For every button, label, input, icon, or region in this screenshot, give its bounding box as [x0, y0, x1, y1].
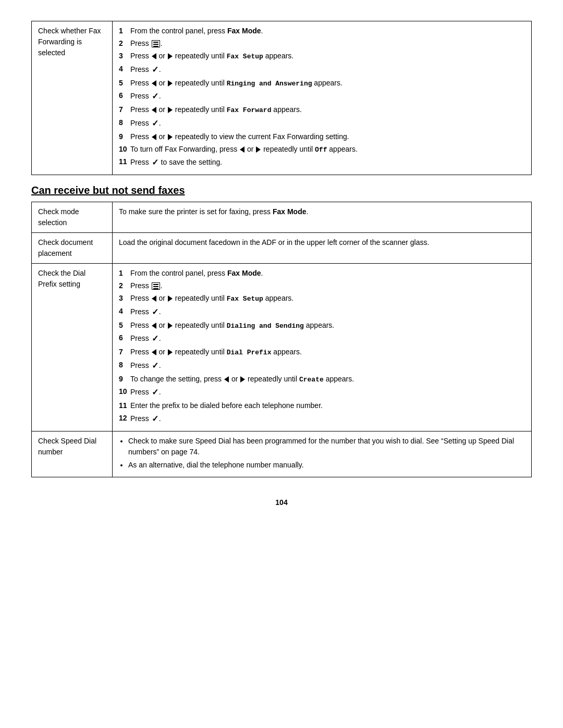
check-icon: ✓	[152, 332, 158, 345]
step-5: 5 Press or repeatedly until Ringing and …	[119, 78, 525, 89]
label-dial-prefix: Check the Dial Prefix setting	[32, 264, 113, 431]
dial-step-4: 4 Press ✓.	[119, 306, 525, 318]
step-content: To turn off Fax Forwarding, press or rep…	[130, 144, 525, 155]
table-row: Check whether Fax Forwarding is selected…	[32, 21, 532, 175]
step-content: Press ✓.	[130, 64, 525, 76]
step-content: To change the setting, press or repeated…	[130, 374, 525, 385]
fax-mode-label: Fax Mode	[227, 269, 261, 277]
step-content: Press or repeatedly to view the current …	[130, 131, 525, 142]
bullet-item-2: As an alternative, dial the telephone nu…	[128, 460, 525, 471]
step-7: 7 Press or repeatedly until Fax Forward …	[119, 104, 525, 116]
step-3: 3 Press or repeatedly until Fax Setup ap…	[119, 51, 525, 62]
step-content: Press .	[130, 38, 525, 49]
arrow-right-icon	[168, 80, 173, 87]
section2-heading: Can receive but not send faxes	[31, 184, 532, 196]
label-check-mode: Check mode selection	[32, 202, 113, 233]
step-content: Press .	[130, 280, 525, 291]
step-num: 10	[119, 144, 130, 155]
step-num: 5	[119, 78, 130, 89]
step-num: 2	[119, 280, 130, 291]
step-num: 6	[119, 332, 130, 343]
check-icon: ✓	[152, 156, 158, 169]
steps-dial-prefix: 1 From the control panel, press Fax Mode…	[113, 264, 532, 431]
check-icon: ✓	[152, 117, 158, 130]
step-num: 11	[119, 156, 130, 167]
arrow-left-icon	[152, 349, 156, 355]
step-num: 6	[119, 90, 130, 101]
step-content: Enter the prefix to be dialed before eac…	[130, 400, 525, 411]
page-number: 104	[31, 498, 532, 507]
dial-step-5: 5 Press or repeatedly until Dialing and …	[119, 320, 525, 331]
step-content: Press or repeatedly until Ringing and An…	[130, 78, 525, 89]
arrow-left-icon	[224, 376, 229, 382]
step-6: 6 Press ✓.	[119, 90, 525, 103]
step-num: 2	[119, 38, 130, 49]
step-num: 3	[119, 293, 130, 304]
arrow-right-icon	[168, 349, 173, 355]
step-content: Press ✓.	[130, 360, 525, 372]
page-content: Check whether Fax Forwarding is selected…	[31, 21, 532, 507]
section1-table: Check whether Fax Forwarding is selected…	[31, 21, 532, 175]
step-num: 4	[119, 306, 130, 317]
check-icon: ✓	[152, 306, 158, 318]
label-speed-dial: Check Speed Dial number	[32, 431, 113, 477]
step-num: 1	[119, 26, 130, 36]
step-content: Press ✓.	[130, 332, 525, 345]
step-content: From the control panel, press Fax Mode.	[130, 26, 525, 36]
step-num: 8	[119, 360, 130, 371]
table-row-speed-dial: Check Speed Dial number Check to make su…	[32, 431, 532, 477]
step-content: From the control panel, press Fax Mode.	[130, 268, 525, 279]
content-speed-dial: Check to make sure Speed Dial has been p…	[113, 431, 532, 477]
table-row-placement: Check document placement Load the origin…	[32, 233, 532, 264]
arrow-left-icon	[152, 53, 156, 59]
dial-step-1: 1 From the control panel, press Fax Mode…	[119, 268, 525, 279]
dial-step-2: 2 Press .	[119, 280, 525, 291]
arrow-right-icon	[168, 295, 173, 302]
section2-table: Check mode selection To make sure the pr…	[31, 202, 532, 477]
step-content: Press ✓ to save the setting.	[130, 156, 525, 169]
check-icon: ✓	[152, 64, 158, 76]
step-2: 2 Press .	[119, 38, 525, 49]
step-content: Press or repeatedly until Dialing and Se…	[130, 320, 525, 331]
step-4: 4 Press ✓.	[119, 64, 525, 76]
step-content: Press ✓.	[130, 117, 525, 130]
table-row-dial-prefix: Check the Dial Prefix setting 1 From the…	[32, 264, 532, 431]
arrow-left-icon	[152, 134, 156, 140]
content-check-mode: To make sure the printer is set for faxi…	[113, 202, 532, 233]
arrow-right-icon	[168, 134, 173, 140]
step-content: Press or repeatedly until Fax Setup appe…	[130, 293, 525, 304]
step-8: 8 Press ✓.	[119, 117, 525, 130]
step-num: 11	[119, 400, 130, 411]
step-content: Press ✓.	[130, 413, 525, 425]
arrow-right-icon	[256, 146, 261, 153]
step-num: 4	[119, 64, 130, 75]
arrow-left-icon	[152, 295, 156, 302]
dial-step-10: 10 Press ✓.	[119, 386, 525, 399]
dial-step-7: 7 Press or repeatedly until Dial Prefix …	[119, 347, 525, 358]
step-num: 10	[119, 386, 130, 397]
step-content: Press ✓.	[130, 306, 525, 318]
check-icon: ✓	[152, 90, 158, 103]
code-text: Dial Prefix	[227, 349, 272, 356]
step-num: 3	[119, 51, 130, 61]
fax-mode-label: Fax Mode	[273, 207, 307, 216]
step-content: Press or repeatedly until Fax Forward ap…	[130, 104, 525, 116]
arrow-right-icon	[168, 323, 173, 329]
arrow-left-icon	[240, 146, 244, 153]
dial-step-6: 6 Press ✓.	[119, 332, 525, 345]
step-num: 12	[119, 413, 130, 424]
step-num: 9	[119, 131, 130, 142]
code-text: Create	[299, 376, 324, 384]
step-content: Press ✓.	[130, 90, 525, 103]
code-text: Fax Forward	[227, 106, 272, 114]
step-content: Press or repeatedly until Fax Setup appe…	[130, 51, 525, 62]
step-list: 1 From the control panel, press Fax Mode…	[119, 26, 525, 169]
menu-icon	[152, 40, 160, 47]
table-row-mode: Check mode selection To make sure the pr…	[32, 202, 532, 233]
arrow-left-icon	[152, 323, 156, 329]
arrow-left-icon	[152, 80, 156, 87]
content-doc-placement: Load the original document facedown in t…	[113, 233, 532, 264]
step-num: 8	[119, 117, 130, 128]
check-icon: ✓	[152, 360, 158, 372]
step-1: 1 From the control panel, press Fax Mode…	[119, 26, 525, 36]
